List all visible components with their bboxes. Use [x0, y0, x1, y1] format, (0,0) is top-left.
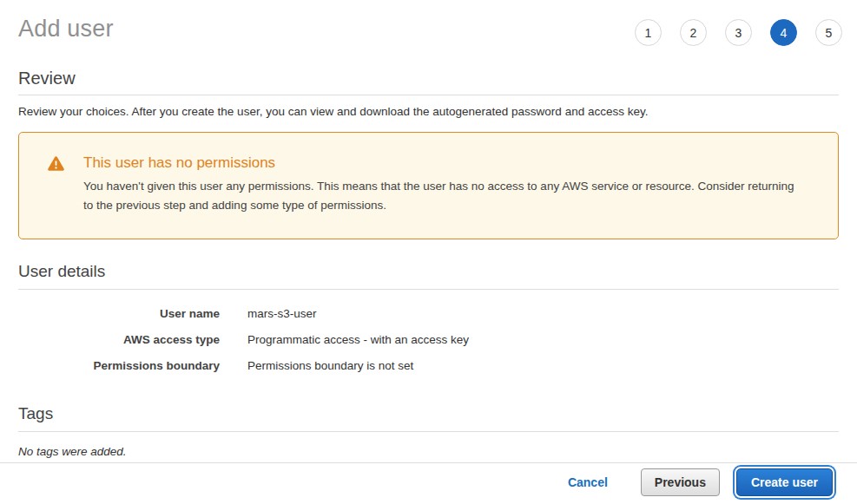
- step-indicator-3: 3: [725, 19, 752, 46]
- wizard-header: Add user 1 2 3 4 5: [0, 0, 857, 46]
- review-divider: [18, 95, 839, 95]
- warning-body: You haven't given this user any permissi…: [83, 177, 807, 214]
- step-indicator-1: 1: [635, 19, 662, 46]
- cancel-link[interactable]: Cancel: [568, 475, 608, 489]
- main-content: Review Review your choices. After you cr…: [0, 69, 857, 458]
- wizard-footer: Cancel Previous Create user: [0, 462, 857, 504]
- wizard-step-indicator: 1 2 3 4 5: [635, 14, 842, 46]
- detail-label: User name: [18, 307, 220, 320]
- create-user-button[interactable]: Create user: [736, 468, 833, 496]
- detail-row-permissions-boundary: Permissions boundary Permissions boundar…: [18, 352, 839, 378]
- warning-triangle-icon: [48, 156, 64, 174]
- detail-value: Programmatic access - with an access key: [247, 333, 469, 346]
- detail-row-access-type: AWS access type Programmatic access - wi…: [18, 326, 839, 352]
- previous-button[interactable]: Previous: [641, 468, 720, 496]
- user-details-table: User name mars-s3-user AWS access type P…: [18, 300, 839, 378]
- warning-text-block: This user has no permissions You haven't…: [83, 154, 807, 214]
- tags-empty-message: No tags were added.: [18, 445, 839, 458]
- warning-title: This user has no permissions: [83, 154, 807, 172]
- step-indicator-2: 2: [680, 19, 707, 46]
- detail-label: Permissions boundary: [18, 359, 220, 372]
- detail-label: AWS access type: [18, 333, 220, 346]
- page-title: Add user: [18, 14, 114, 43]
- step-indicator-5: 5: [815, 19, 842, 46]
- step-indicator-4-active: 4: [770, 19, 797, 46]
- review-description: Review your choices. After you create th…: [18, 105, 839, 118]
- user-details-heading: User details: [18, 262, 839, 281]
- user-details-divider: [18, 289, 839, 290]
- review-section-heading: Review: [18, 69, 839, 88]
- tags-heading: Tags: [18, 404, 839, 423]
- detail-value: mars-s3-user: [247, 307, 317, 320]
- no-permissions-warning-box: This user has no permissions You haven't…: [18, 132, 839, 239]
- tags-divider: [18, 431, 839, 432]
- detail-value: Permissions boundary is not set: [247, 359, 413, 372]
- detail-row-user-name: User name mars-s3-user: [18, 300, 839, 326]
